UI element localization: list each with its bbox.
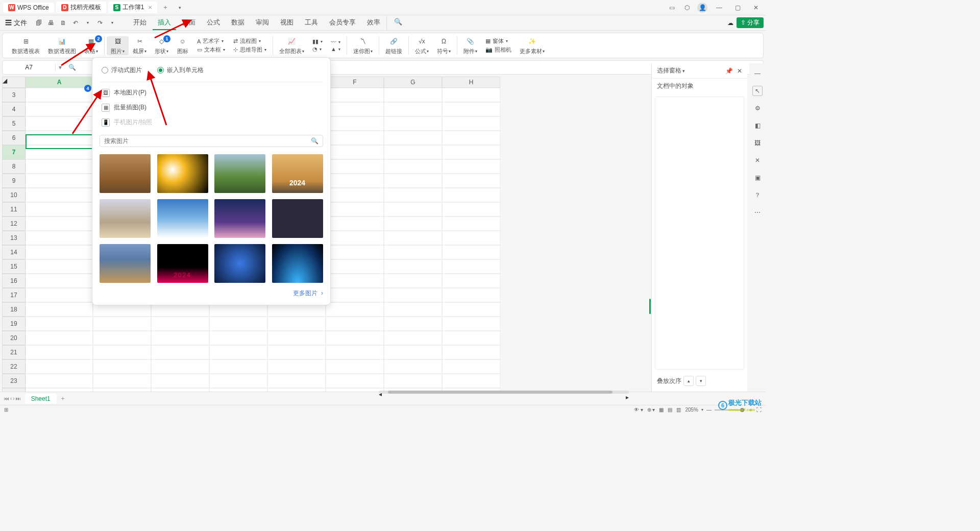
cell[interactable] [151,317,209,331]
close-panel-icon[interactable]: ✕ [737,67,742,75]
cell[interactable] [384,288,442,302]
cell[interactable] [442,102,500,116]
cell[interactable] [384,259,442,274]
cell[interactable] [442,345,500,359]
cell[interactable] [442,274,500,288]
cell[interactable] [209,317,267,331]
cell[interactable] [384,274,442,288]
tab-page[interactable]: 页面 [177,16,201,30]
row-6[interactable]: 6 [2,131,26,145]
row-21[interactable]: 21 [2,345,26,359]
cell[interactable] [267,331,326,345]
row-22[interactable]: 22 [2,359,26,374]
cell[interactable] [26,174,93,188]
cell[interactable] [384,188,442,202]
thumb-windfarm[interactable] [214,154,265,193]
tab-efficiency[interactable]: 效率 [362,16,385,30]
hscrollbar[interactable]: ◂▸ [379,391,629,396]
search-icon[interactable]: 🔍 [386,16,407,30]
sheet-nav-first[interactable]: ⏮ [4,396,9,401]
thumb-horse[interactable] [100,154,151,193]
undo-dropdown[interactable]: ▾ [83,18,92,28]
thumb-skier[interactable] [157,199,208,238]
cell[interactable] [326,302,384,317]
cell[interactable] [26,88,93,102]
cell[interactable] [326,174,384,188]
row-10[interactable]: 10 [2,188,26,202]
cell[interactable] [326,274,384,288]
ribbon-icons[interactable]: ☺图标 [173,36,193,55]
ribbon-flowchart[interactable]: ⇄流程图▾ [233,37,261,45]
cell[interactable] [384,345,442,359]
cell[interactable] [26,131,93,145]
tab-tools[interactable]: 工具 [300,16,323,30]
cell[interactable] [326,259,384,274]
ribbon-allcharts[interactable]: 📈全部图表▾ [275,36,308,55]
cell[interactable] [26,159,93,174]
search-submit-icon[interactable]: 🔍 [311,137,318,144]
cell[interactable] [442,331,500,345]
user-avatar[interactable]: 👤 [697,3,707,13]
ribbon-textbox[interactable]: ▭文本框▾ [197,46,225,54]
row-5[interactable]: 5 [2,116,26,131]
cell[interactable] [267,374,326,388]
image-search[interactable]: 🔍 [100,135,323,147]
cell[interactable] [326,188,384,202]
cell[interactable] [384,202,442,216]
cell[interactable] [26,245,93,259]
cell[interactable] [326,288,384,302]
row-3[interactable]: 3 [2,88,26,102]
cell[interactable] [151,345,209,359]
cell[interactable] [326,202,384,216]
cell[interactable] [26,359,93,374]
row-9[interactable]: 9 [2,174,26,188]
cell[interactable] [26,216,93,231]
cell[interactable] [384,131,442,145]
ribbon-form[interactable]: ▦窗体▾ [485,37,508,45]
row-14[interactable]: 14 [2,245,26,259]
cell[interactable] [384,174,442,188]
cell[interactable] [326,374,384,388]
cell[interactable] [26,116,93,131]
share-button[interactable]: ⇪ 分享 [737,17,764,28]
tab-member[interactable]: 会员专享 [324,16,361,30]
cell[interactable] [209,374,267,388]
cell[interactable] [442,145,500,159]
tab-start[interactable]: 开始 [128,16,152,30]
cell[interactable] [26,231,93,245]
row-13[interactable]: 13 [2,231,26,245]
cell[interactable] [442,245,500,259]
cell[interactable] [326,345,384,359]
cell[interactable] [442,216,500,231]
tab-insert[interactable]: 插入 [153,16,176,30]
cell[interactable] [442,159,500,174]
cell[interactable] [267,317,326,331]
sidebar-collapse[interactable]: — [752,68,763,79]
ribbon-bar-chart[interactable]: ▮▮▾ [312,38,323,45]
cell[interactable] [442,174,500,188]
cell[interactable] [442,188,500,202]
redo-icon[interactable]: ↷ [95,18,105,28]
ribbon-sparkline[interactable]: 〽迷你图▾ [349,36,377,55]
sidebar-settings-icon[interactable]: ⚙ [752,103,763,113]
ribbon-equation[interactable]: √x公式▾ [411,36,433,55]
select-all-corner[interactable]: ◢ [2,77,26,88]
cell[interactable] [442,131,500,145]
cell[interactable] [326,245,384,259]
menu-batch-insert[interactable]: ▦批量插图(B) [100,100,323,115]
cell[interactable] [326,116,384,131]
cell[interactable] [442,302,500,317]
sheet-nav-next[interactable]: › [13,396,14,401]
row-20[interactable]: 20 [2,331,26,345]
cell[interactable] [384,317,442,331]
row-15[interactable]: 15 [2,259,26,274]
cell[interactable] [442,116,500,131]
status-eye-icon[interactable]: 👁 ▾ [634,407,643,413]
col-A[interactable]: A [26,77,93,88]
save-icon[interactable]: 🗐 [34,18,43,28]
ribbon-camera[interactable]: 📷照相机 [485,46,511,54]
cell[interactable] [384,102,442,116]
sidebar-more-icon[interactable]: ⋯ [752,207,763,218]
cell[interactable] [384,331,442,345]
cell[interactable] [26,274,93,288]
